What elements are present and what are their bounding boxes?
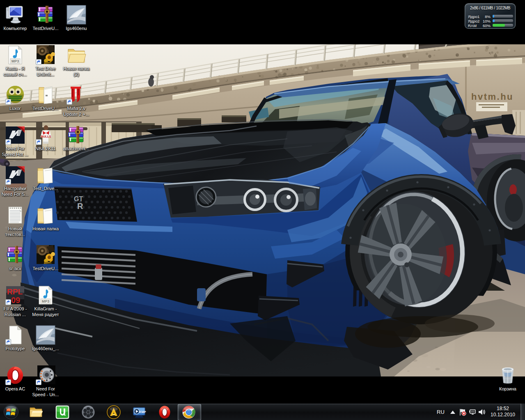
svg-text:MP3: MP3 <box>11 59 19 63</box>
svg-text:RPL: RPL <box>7 287 23 296</box>
svg-text:09: 09 <box>11 296 20 305</box>
svg-text:R: R <box>77 202 83 211</box>
svg-text:KMP: KMP <box>139 410 146 414</box>
svg-text:MP3: MP3 <box>42 299 50 303</box>
svg-text:hvtm.hu: hvtm.hu <box>471 92 514 102</box>
svg-text:BULLS: BULLS <box>41 135 51 138</box>
